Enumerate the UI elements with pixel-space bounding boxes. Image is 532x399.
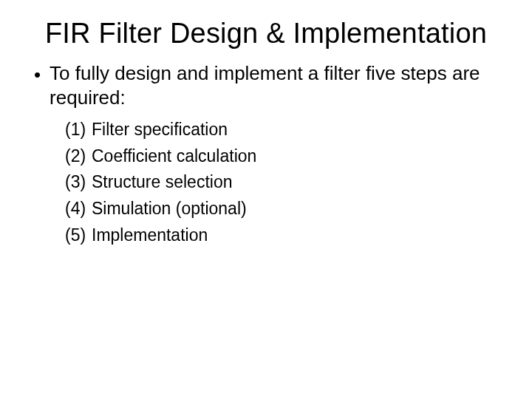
item-text: Coefficient calculation [92,143,502,170]
slide-content: • To fully design and implement a filter… [30,61,502,248]
list-item: (5) Implementation [65,222,502,249]
item-text: Simulation (optional) [92,196,502,222]
item-number: (5) [65,222,92,249]
numbered-list: (1) Filter specification (2) Coefficient… [34,117,502,248]
slide-title: FIR Filter Design & Implementation [30,18,502,50]
item-number: (2) [65,143,92,170]
item-text: Implementation [92,222,502,249]
item-text: Filter specification [92,117,502,143]
item-number: (1) [65,117,92,143]
intro-text: To fully design and implement a filter f… [50,61,502,109]
item-number: (3) [65,169,92,196]
item-text: Structure selection [92,169,502,196]
list-item: (1) Filter specification [65,117,502,143]
list-item: (2) Coefficient calculation [65,143,502,170]
item-number: (4) [65,196,92,222]
list-item: (4) Simulation (optional) [65,196,502,222]
list-item: (3) Structure selection [65,169,502,196]
main-bullet: • To fully design and implement a filter… [34,61,502,109]
bullet-dot-icon: • [34,63,41,87]
slide-container: FIR Filter Design & Implementation • To … [0,0,532,399]
